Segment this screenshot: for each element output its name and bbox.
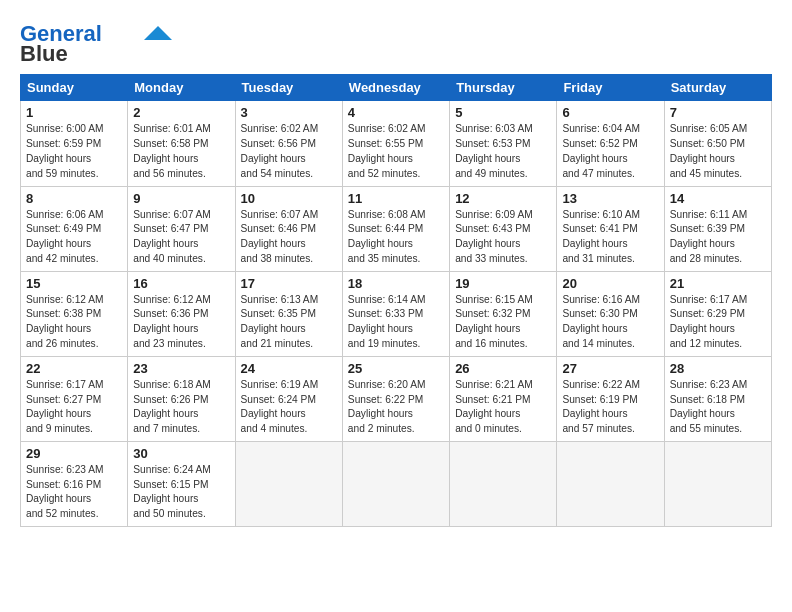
day-number: 19 (455, 276, 551, 291)
day-number: 29 (26, 446, 122, 461)
day-info: Sunrise: 6:23 AMSunset: 6:18 PMDaylight … (670, 379, 748, 434)
day-info: Sunrise: 6:18 AMSunset: 6:26 PMDaylight … (133, 379, 211, 434)
calendar-cell: 16 Sunrise: 6:12 AMSunset: 6:36 PMDaylig… (128, 271, 235, 356)
calendar-cell: 15 Sunrise: 6:12 AMSunset: 6:38 PMDaylig… (21, 271, 128, 356)
day-info: Sunrise: 6:16 AMSunset: 6:30 PMDaylight … (562, 294, 640, 349)
calendar-cell (557, 441, 664, 526)
calendar-cell (235, 441, 342, 526)
day-number: 6 (562, 105, 658, 120)
day-info: Sunrise: 6:14 AMSunset: 6:33 PMDaylight … (348, 294, 426, 349)
calendar-cell: 17 Sunrise: 6:13 AMSunset: 6:35 PMDaylig… (235, 271, 342, 356)
calendar-cell: 6 Sunrise: 6:04 AMSunset: 6:52 PMDayligh… (557, 101, 664, 186)
day-number: 2 (133, 105, 229, 120)
day-info: Sunrise: 6:10 AMSunset: 6:41 PMDaylight … (562, 209, 640, 264)
day-number: 23 (133, 361, 229, 376)
calendar-cell: 12 Sunrise: 6:09 AMSunset: 6:43 PMDaylig… (450, 186, 557, 271)
day-number: 8 (26, 191, 122, 206)
calendar-cell (342, 441, 449, 526)
day-info: Sunrise: 6:07 AMSunset: 6:47 PMDaylight … (133, 209, 211, 264)
day-number: 7 (670, 105, 766, 120)
weekday-header: Wednesday (342, 75, 449, 101)
day-number: 10 (241, 191, 337, 206)
calendar-cell: 3 Sunrise: 6:02 AMSunset: 6:56 PMDayligh… (235, 101, 342, 186)
weekday-header: Saturday (664, 75, 771, 101)
day-number: 14 (670, 191, 766, 206)
calendar-page: General Blue SundayMondayTuesdayWednesda… (0, 0, 792, 537)
day-number: 25 (348, 361, 444, 376)
week-row: 1 Sunrise: 6:00 AMSunset: 6:59 PMDayligh… (21, 101, 772, 186)
day-info: Sunrise: 6:12 AMSunset: 6:36 PMDaylight … (133, 294, 211, 349)
day-info: Sunrise: 6:21 AMSunset: 6:21 PMDaylight … (455, 379, 533, 434)
day-info: Sunrise: 6:15 AMSunset: 6:32 PMDaylight … (455, 294, 533, 349)
day-number: 24 (241, 361, 337, 376)
day-info: Sunrise: 6:07 AMSunset: 6:46 PMDaylight … (241, 209, 319, 264)
day-number: 4 (348, 105, 444, 120)
day-info: Sunrise: 6:13 AMSunset: 6:35 PMDaylight … (241, 294, 319, 349)
logo: General Blue (20, 22, 172, 66)
calendar-cell (664, 441, 771, 526)
day-info: Sunrise: 6:02 AMSunset: 6:55 PMDaylight … (348, 123, 426, 178)
day-info: Sunrise: 6:11 AMSunset: 6:39 PMDaylight … (670, 209, 748, 264)
logo-icon (144, 26, 172, 40)
day-number: 1 (26, 105, 122, 120)
calendar-cell: 11 Sunrise: 6:08 AMSunset: 6:44 PMDaylig… (342, 186, 449, 271)
day-number: 16 (133, 276, 229, 291)
day-number: 17 (241, 276, 337, 291)
day-info: Sunrise: 6:12 AMSunset: 6:38 PMDaylight … (26, 294, 104, 349)
day-number: 9 (133, 191, 229, 206)
day-number: 15 (26, 276, 122, 291)
day-number: 27 (562, 361, 658, 376)
calendar-cell: 8 Sunrise: 6:06 AMSunset: 6:49 PMDayligh… (21, 186, 128, 271)
day-number: 20 (562, 276, 658, 291)
calendar-cell: 5 Sunrise: 6:03 AMSunset: 6:53 PMDayligh… (450, 101, 557, 186)
day-info: Sunrise: 6:17 AMSunset: 6:29 PMDaylight … (670, 294, 748, 349)
calendar-cell: 19 Sunrise: 6:15 AMSunset: 6:32 PMDaylig… (450, 271, 557, 356)
calendar-cell: 23 Sunrise: 6:18 AMSunset: 6:26 PMDaylig… (128, 356, 235, 441)
day-number: 26 (455, 361, 551, 376)
calendar-cell: 21 Sunrise: 6:17 AMSunset: 6:29 PMDaylig… (664, 271, 771, 356)
day-number: 11 (348, 191, 444, 206)
calendar-cell: 26 Sunrise: 6:21 AMSunset: 6:21 PMDaylig… (450, 356, 557, 441)
day-info: Sunrise: 6:08 AMSunset: 6:44 PMDaylight … (348, 209, 426, 264)
week-row: 8 Sunrise: 6:06 AMSunset: 6:49 PMDayligh… (21, 186, 772, 271)
day-info: Sunrise: 6:06 AMSunset: 6:49 PMDaylight … (26, 209, 104, 264)
day-info: Sunrise: 6:19 AMSunset: 6:24 PMDaylight … (241, 379, 319, 434)
day-number: 5 (455, 105, 551, 120)
day-number: 22 (26, 361, 122, 376)
calendar-cell: 24 Sunrise: 6:19 AMSunset: 6:24 PMDaylig… (235, 356, 342, 441)
calendar-table: SundayMondayTuesdayWednesdayThursdayFrid… (20, 74, 772, 527)
day-number: 21 (670, 276, 766, 291)
calendar-cell: 27 Sunrise: 6:22 AMSunset: 6:19 PMDaylig… (557, 356, 664, 441)
day-info: Sunrise: 6:05 AMSunset: 6:50 PMDaylight … (670, 123, 748, 178)
weekday-header: Friday (557, 75, 664, 101)
day-info: Sunrise: 6:23 AMSunset: 6:16 PMDaylight … (26, 464, 104, 519)
day-number: 3 (241, 105, 337, 120)
day-number: 30 (133, 446, 229, 461)
day-info: Sunrise: 6:17 AMSunset: 6:27 PMDaylight … (26, 379, 104, 434)
calendar-cell: 1 Sunrise: 6:00 AMSunset: 6:59 PMDayligh… (21, 101, 128, 186)
calendar-cell: 22 Sunrise: 6:17 AMSunset: 6:27 PMDaylig… (21, 356, 128, 441)
day-info: Sunrise: 6:24 AMSunset: 6:15 PMDaylight … (133, 464, 211, 519)
calendar-cell: 4 Sunrise: 6:02 AMSunset: 6:55 PMDayligh… (342, 101, 449, 186)
day-info: Sunrise: 6:22 AMSunset: 6:19 PMDaylight … (562, 379, 640, 434)
day-info: Sunrise: 6:04 AMSunset: 6:52 PMDaylight … (562, 123, 640, 178)
week-row: 15 Sunrise: 6:12 AMSunset: 6:38 PMDaylig… (21, 271, 772, 356)
calendar-cell: 13 Sunrise: 6:10 AMSunset: 6:41 PMDaylig… (557, 186, 664, 271)
week-row: 22 Sunrise: 6:17 AMSunset: 6:27 PMDaylig… (21, 356, 772, 441)
calendar-cell: 29 Sunrise: 6:23 AMSunset: 6:16 PMDaylig… (21, 441, 128, 526)
logo-blue: Blue (20, 42, 68, 66)
day-info: Sunrise: 6:01 AMSunset: 6:58 PMDaylight … (133, 123, 211, 178)
day-info: Sunrise: 6:20 AMSunset: 6:22 PMDaylight … (348, 379, 426, 434)
week-row: 29 Sunrise: 6:23 AMSunset: 6:16 PMDaylig… (21, 441, 772, 526)
calendar-cell: 14 Sunrise: 6:11 AMSunset: 6:39 PMDaylig… (664, 186, 771, 271)
calendar-cell: 20 Sunrise: 6:16 AMSunset: 6:30 PMDaylig… (557, 271, 664, 356)
calendar-cell: 28 Sunrise: 6:23 AMSunset: 6:18 PMDaylig… (664, 356, 771, 441)
calendar-cell: 10 Sunrise: 6:07 AMSunset: 6:46 PMDaylig… (235, 186, 342, 271)
day-info: Sunrise: 6:03 AMSunset: 6:53 PMDaylight … (455, 123, 533, 178)
weekday-header: Monday (128, 75, 235, 101)
day-number: 12 (455, 191, 551, 206)
day-number: 18 (348, 276, 444, 291)
day-number: 28 (670, 361, 766, 376)
calendar-cell: 7 Sunrise: 6:05 AMSunset: 6:50 PMDayligh… (664, 101, 771, 186)
calendar-cell: 25 Sunrise: 6:20 AMSunset: 6:22 PMDaylig… (342, 356, 449, 441)
